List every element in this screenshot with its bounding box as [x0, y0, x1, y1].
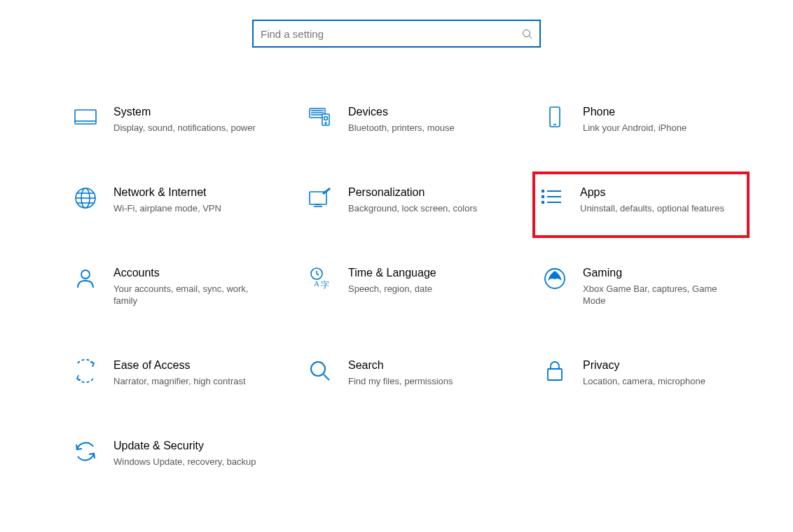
- search-category-icon: [308, 358, 333, 384]
- system-icon: [73, 105, 98, 130]
- tile-ease-of-access[interactable]: Ease of Access Narrator, magnifier, high…: [70, 351, 305, 394]
- tile-search[interactable]: Search Find my files, permissions: [305, 351, 539, 394]
- tile-text: Update & Security Windows Update, recove…: [113, 439, 256, 468]
- phone-icon: [542, 105, 567, 130]
- tile-desc: Speech, region, date: [348, 283, 436, 295]
- tile-gaming[interactable]: Gaming Xbox Game Bar, captures, Game Mod…: [539, 259, 750, 314]
- tile-text: Apps Uninstall, defaults, optional featu…: [580, 186, 724, 214]
- tile-title: Accounts: [113, 266, 261, 280]
- tile-phone[interactable]: Phone Link your Android, iPhone: [539, 98, 750, 141]
- svg-line-35: [324, 374, 329, 380]
- tile-desc: Find my files, permissions: [348, 375, 453, 387]
- tile-desc: Display, sound, notifications, power: [113, 122, 256, 134]
- tile-devices[interactable]: Devices Bluetooth, printers, mouse: [305, 98, 539, 141]
- gaming-icon: [542, 266, 567, 291]
- time-language-icon: A 字: [308, 266, 333, 291]
- tile-title: Devices: [348, 105, 455, 119]
- tile-system[interactable]: System Display, sound, notifications, po…: [70, 98, 305, 141]
- tile-apps[interactable]: Apps Uninstall, defaults, optional featu…: [532, 172, 750, 238]
- svg-rect-21: [542, 190, 544, 192]
- accounts-icon: [73, 266, 98, 291]
- tile-title: Apps: [580, 186, 724, 200]
- tile-desc: Wi-Fi, airplane mode, VPN: [113, 202, 221, 214]
- svg-line-30: [317, 274, 319, 275]
- tile-title: Network & Internet: [113, 186, 221, 200]
- search-box[interactable]: [252, 20, 541, 48]
- tile-text: Personalization Background, lock screen,…: [348, 186, 477, 214]
- tile-desc: Windows Update, recovery, backup: [113, 456, 256, 468]
- tile-title: Search: [348, 358, 453, 372]
- tile-title: Time & Language: [348, 266, 436, 280]
- tile-text: Search Find my files, permissions: [348, 358, 453, 387]
- devices-icon: [308, 105, 333, 130]
- svg-rect-36: [548, 369, 562, 380]
- tile-time-language[interactable]: A 字 Time & Language Speech, region, date: [305, 259, 539, 314]
- tile-accounts[interactable]: Accounts Your accounts, email, sync, wor…: [70, 259, 305, 314]
- tile-title: Update & Security: [113, 439, 256, 453]
- svg-text:字: 字: [321, 280, 329, 290]
- tile-text: Phone Link your Android, iPhone: [583, 105, 687, 134]
- tile-desc: Link your Android, iPhone: [583, 122, 687, 134]
- privacy-icon: [542, 358, 567, 384]
- svg-rect-22: [542, 195, 544, 198]
- tile-title: Privacy: [583, 358, 705, 372]
- tile-desc: Narrator, magnifier, high contrast: [113, 375, 246, 387]
- globe-icon: [73, 186, 98, 211]
- tile-desc: Location, camera, microphone: [583, 375, 705, 387]
- tile-desc: Background, lock screen, colors: [348, 202, 477, 214]
- tile-desc: Uninstall, defaults, optional features: [580, 202, 724, 214]
- tile-text: Time & Language Speech, region, date: [348, 266, 436, 295]
- update-security-icon: [73, 439, 98, 464]
- svg-rect-2: [75, 110, 96, 124]
- tile-text: Network & Internet Wi-Fi, airplane mode,…: [113, 186, 221, 214]
- tile-desc: Bluetooth, printers, mouse: [348, 122, 455, 134]
- tile-text: Gaming Xbox Game Bar, captures, Game Mod…: [583, 266, 730, 307]
- svg-rect-23: [542, 201, 544, 204]
- svg-text:A: A: [314, 279, 319, 288]
- settings-grid: System Display, sound, notifications, po…: [70, 98, 751, 512]
- svg-point-34: [311, 362, 325, 376]
- personalization-icon: [308, 186, 333, 211]
- tile-update-security[interactable]: Update & Security Windows Update, recove…: [70, 432, 305, 475]
- svg-point-0: [523, 29, 530, 36]
- tile-title: Ease of Access: [113, 358, 246, 372]
- tile-text: System Display, sound, notifications, po…: [113, 105, 256, 134]
- tile-title: Gaming: [583, 266, 730, 280]
- tile-personalization[interactable]: Personalization Background, lock screen,…: [305, 178, 539, 221]
- apps-icon: [539, 186, 565, 211]
- tile-text: Ease of Access Narrator, magnifier, high…: [113, 358, 246, 387]
- tile-text: Accounts Your accounts, email, sync, wor…: [113, 266, 261, 307]
- tile-title: System: [113, 105, 256, 119]
- tile-desc: Xbox Game Bar, captures, Game Mode: [583, 283, 730, 307]
- svg-rect-11: [550, 107, 560, 127]
- tile-text: Privacy Location, camera, microphone: [583, 358, 705, 387]
- tile-network[interactable]: Network & Internet Wi-Fi, airplane mode,…: [70, 178, 305, 221]
- tile-title: Personalization: [348, 186, 477, 200]
- tile-text: Devices Bluetooth, printers, mouse: [348, 105, 455, 134]
- svg-point-27: [81, 270, 90, 279]
- search-icon: [521, 28, 532, 39]
- tile-title: Phone: [583, 105, 687, 119]
- tile-desc: Your accounts, email, sync, work, family: [113, 283, 261, 307]
- tile-privacy[interactable]: Privacy Location, camera, microphone: [539, 351, 750, 394]
- ease-of-access-icon: [73, 358, 98, 384]
- search-input[interactable]: [261, 28, 521, 40]
- svg-line-1: [529, 36, 532, 38]
